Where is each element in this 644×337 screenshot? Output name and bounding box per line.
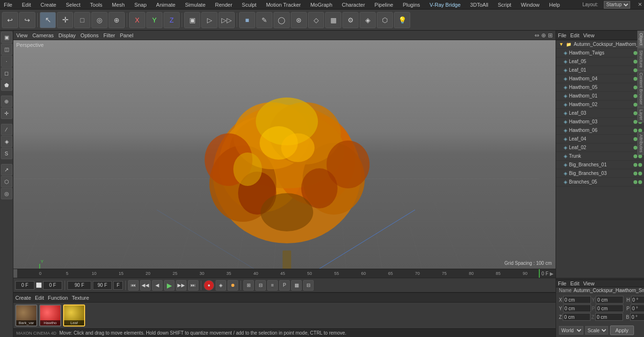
lt-paint-btn[interactable]: ⬡: [1, 176, 12, 187]
goto-end-btn[interactable]: ⏭: [188, 280, 198, 291]
step-fwd-btn[interactable]: ▶▶: [176, 280, 186, 291]
config-btn[interactable]: ⊟: [303, 280, 314, 291]
obj-row-leaf01[interactable]: ◈ Leaf_01: [556, 66, 644, 75]
lt-brush-btn[interactable]: S: [1, 148, 12, 159]
menu-3dtoall[interactable]: 3DToAll: [468, 2, 490, 8]
close-button[interactable]: ✕: [638, 1, 642, 8]
menu-render[interactable]: Render: [213, 2, 234, 8]
yaxis-button[interactable]: Y: [146, 12, 163, 28]
array-button[interactable]: ▦: [325, 12, 341, 28]
material-button[interactable]: 💡: [394, 12, 410, 28]
obj-row-leaf03[interactable]: ◈ Leaf_03: [556, 109, 644, 118]
obj-row-leaf02[interactable]: ◈ Leaf_02: [556, 143, 644, 152]
lt-axis-btn[interactable]: ✛: [1, 108, 12, 119]
menu-mesh[interactable]: Mesh: [110, 2, 127, 8]
coord-scale-select[interactable]: Scale Size: [585, 326, 608, 335]
lt-model-btn[interactable]: ▣: [1, 32, 12, 43]
frame-total-input[interactable]: [93, 281, 112, 290]
coord-z-pos[interactable]: [563, 313, 590, 321]
obj-row-hawthorn04[interactable]: ◈ Hawthorn_04: [556, 75, 644, 83]
tab-structure[interactable]: Structure: [637, 48, 644, 70]
obj-row-trunk[interactable]: ◈ Trunk: [556, 152, 644, 161]
obj-row-branches05[interactable]: ◈ Branches_05: [556, 178, 644, 186]
goto-start-btn[interactable]: ⏮: [128, 280, 139, 291]
viewport-menu-panel[interactable]: Panel: [120, 33, 133, 38]
nurbs-button[interactable]: ⊛: [291, 12, 307, 28]
timeline[interactable]: 0 5 10 15 20 25 30 35 40 45 50 55 60 65 …: [13, 269, 556, 278]
move-tool-button[interactable]: ✛: [57, 12, 73, 28]
menu-edit[interactable]: Edit: [20, 2, 33, 8]
render-region-button[interactable]: ▣: [184, 12, 200, 28]
viewport-menu-options[interactable]: Options: [80, 33, 98, 38]
mat-menu-edit[interactable]: Edit: [35, 295, 44, 301]
param-btn[interactable]: P: [279, 280, 290, 291]
play-back-btn[interactable]: ◀: [152, 280, 163, 291]
menu-character[interactable]: Character: [340, 2, 367, 8]
obj-row-hawthorn05[interactable]: ◈ Hawthorn_05: [556, 83, 644, 92]
coord-y-pos[interactable]: [596, 296, 623, 304]
zaxis-button[interactable]: Z: [164, 12, 180, 28]
viewport[interactable]: Z Y X Perspective Grid Spacing : 100 cm: [13, 40, 556, 269]
attr-file[interactable]: File: [558, 281, 567, 286]
scale-tool-button[interactable]: □: [74, 12, 90, 28]
menu-select[interactable]: Select: [64, 2, 83, 8]
frame-start-input[interactable]: [43, 281, 62, 290]
menu-motiontracker[interactable]: Motion Tracker: [264, 2, 303, 8]
lt-snap-btn[interactable]: ⊕: [1, 96, 12, 107]
attr-view[interactable]: View: [583, 281, 595, 286]
tab-layer[interactable]: Layer: [637, 107, 644, 123]
render-anim-button[interactable]: ▷▷: [218, 12, 235, 28]
material-hawthorn[interactable]: Hawtho: [39, 304, 61, 326]
timeline-btn[interactable]: ≡: [267, 280, 278, 291]
menu-help[interactable]: Help: [547, 2, 562, 8]
coord-x-pos[interactable]: [563, 296, 591, 304]
menu-script[interactable]: Script: [496, 2, 513, 8]
effector-button[interactable]: ◈: [360, 12, 376, 28]
coord-h-rot[interactable]: [631, 296, 644, 304]
light-button[interactable]: ⬡: [377, 12, 393, 28]
fps-input[interactable]: [113, 281, 123, 290]
menu-simulate[interactable]: Simulate: [183, 2, 207, 8]
xaxis-button[interactable]: X: [129, 12, 145, 28]
cube-button[interactable]: ■: [239, 12, 255, 28]
menu-tools[interactable]: Tools: [88, 2, 104, 8]
menu-pipeline[interactable]: Pipeline: [372, 2, 395, 8]
timeline-scroll-right[interactable]: ▶: [550, 271, 554, 276]
lt-magnet-btn[interactable]: ↗: [1, 164, 12, 175]
obj-row-hawthorn01[interactable]: ◈ Hawthorn_01: [556, 92, 644, 100]
menu-mograph[interactable]: MoGraph: [308, 2, 334, 8]
lt-knife-btn[interactable]: ∕: [1, 124, 12, 135]
obj-row-bigbranches01[interactable]: ◈ Big_Branches_01: [556, 161, 644, 169]
obj-row-hawthorn02[interactable]: ◈ Hawthorn_02: [556, 100, 644, 109]
viewport-menu-filter[interactable]: Filter: [103, 33, 115, 38]
mat-menu-texture[interactable]: Texture: [72, 295, 89, 301]
obj-row-hawthorn06[interactable]: ◈ Hawthorn_06: [556, 126, 644, 135]
menu-create[interactable]: Create: [39, 2, 58, 8]
viewport-menu-cameras[interactable]: Cameras: [33, 33, 54, 38]
menu-animate[interactable]: Animate: [154, 2, 177, 8]
coord-world-select[interactable]: World Object: [559, 326, 583, 335]
obj-row-hawthorn-twigs[interactable]: ◈ Hawthorn_Twigs: [556, 49, 644, 57]
lt-edges-btn[interactable]: ◻: [1, 67, 12, 79]
viewport-icon-maximize[interactable]: ⊞: [548, 32, 553, 39]
menu-snap[interactable]: Snap: [132, 2, 149, 8]
viewport-icon-down[interactable]: ⊕: [541, 32, 546, 39]
step-back-btn[interactable]: ◀◀: [140, 280, 151, 291]
layout-select[interactable]: Startup: [604, 1, 630, 9]
snap-frame-btn[interactable]: ⊞: [243, 280, 254, 291]
obj-row-leaf04[interactable]: ◈ Leaf_04: [556, 135, 644, 143]
menu-plugins[interactable]: Plugins: [401, 2, 422, 8]
lt-texture-btn[interactable]: ◫: [1, 43, 12, 55]
viewport-menu-display[interactable]: Display: [58, 33, 76, 38]
obj-row-leaf05[interactable]: ◈ Leaf_05: [556, 57, 644, 66]
autokey-btn[interactable]: ⏺: [228, 280, 238, 291]
current-frame-input[interactable]: [15, 281, 34, 290]
lt-poly-btn[interactable]: ⬟: [1, 79, 12, 91]
coord-y-pos2[interactable]: [563, 304, 591, 312]
obj-panel-edit[interactable]: Edit: [570, 33, 579, 38]
pen-button[interactable]: ✎: [256, 12, 273, 28]
material-leaf[interactable]: Leaf: [63, 304, 85, 326]
motion-clip-btn[interactable]: ⊟: [255, 280, 266, 291]
obj-row-hawthorn03[interactable]: ◈ Hawthorn_03: [556, 118, 644, 126]
keyframe-btn[interactable]: ◈: [216, 280, 226, 291]
